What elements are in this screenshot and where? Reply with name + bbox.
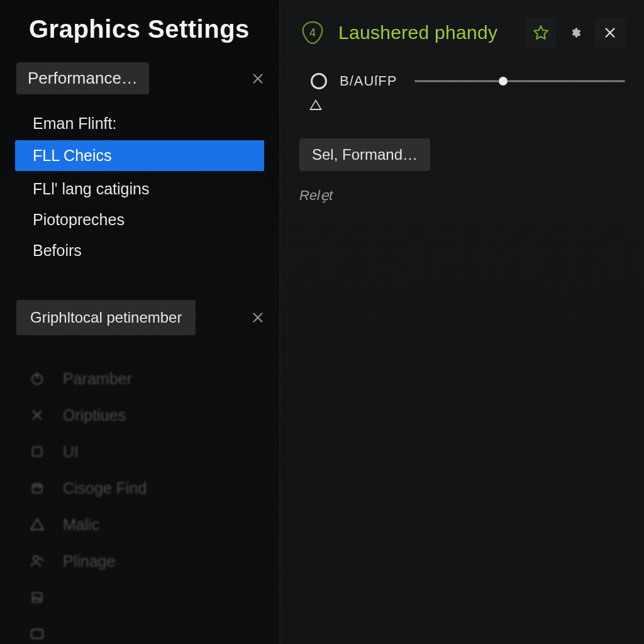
faded-list: Paramber Oriptiues UI Cisoge Find: [0, 360, 279, 644]
page-title: Graphics Settings: [0, 11, 279, 62]
faded-item-malic[interactable]: Malic: [28, 506, 279, 543]
close-panel-button[interactable]: [595, 18, 625, 48]
faded-item-label: Oriptiues: [63, 406, 126, 425]
close-icon: [251, 72, 265, 86]
faded-item-ui[interactable]: UI: [28, 433, 279, 470]
increment-indicator[interactable]: [309, 99, 625, 111]
faded-item-label: Malic: [63, 516, 99, 534]
gear-icon: [570, 27, 581, 38]
close-icon: [603, 26, 617, 40]
faded-item-plinage[interactable]: Plinage: [28, 543, 279, 579]
svg-rect-8: [33, 447, 42, 457]
image-icon: [28, 588, 47, 607]
close-icon: [28, 406, 47, 425]
section-header-performance: Performance…: [16, 62, 268, 94]
power-icon: [28, 369, 47, 388]
svg-line-14: [40, 557, 43, 561]
slider-thumb[interactable]: [499, 77, 508, 86]
panel-title: Laushered phandy: [338, 22, 513, 43]
slider-track: [414, 80, 625, 82]
count-badge-value: 4: [309, 26, 316, 39]
faded-item-image[interactable]: [28, 579, 279, 616]
format-dropdown[interactable]: Sel, Formand…: [299, 138, 430, 171]
section-header-griphltocal: Griphltocal petinember: [16, 300, 268, 335]
svg-rect-9: [33, 485, 42, 493]
section-chip-performance[interactable]: Performance…: [16, 62, 149, 94]
triangle-up-icon: [309, 99, 322, 121]
radio-indicator[interactable]: [311, 73, 327, 89]
user-icon: [28, 552, 47, 570]
sidebar: Graphics Settings Performance… Eman Flin…: [0, 0, 280, 644]
svg-point-13: [33, 556, 38, 561]
faded-item-label: Cisoge Find: [63, 479, 147, 497]
section-chip-griphltocal[interactable]: Griphltocal petinember: [16, 300, 196, 335]
count-badge: 4: [299, 19, 326, 46]
nav-list-performance: Eman Flinft: FLL Cheics FLl' lang catigi…: [0, 104, 279, 274]
nav-item-fll-lang-catigins[interactable]: FLl' lang catigins: [0, 174, 279, 204]
nav-item-piotopreches[interactable]: Piotopreches: [0, 204, 279, 235]
svg-rect-16: [31, 630, 43, 638]
close-icon: [251, 311, 265, 325]
calendar-icon: [28, 479, 47, 497]
nav-item-befoirs[interactable]: Befoirs: [0, 235, 279, 266]
star-icon: [533, 25, 549, 41]
rect-icon: [28, 625, 47, 643]
slider-label: B/AUſFP: [340, 73, 397, 89]
warning-icon: [28, 515, 47, 534]
favorite-button[interactable]: [526, 18, 556, 48]
svg-rect-15: [33, 593, 42, 602]
square-icon: [28, 442, 47, 461]
faded-item-oriptiues[interactable]: Oriptiues: [28, 397, 279, 433]
faded-item-label: Paramber: [63, 370, 132, 388]
faded-item-cisoge-find[interactable]: Cisoge Find: [28, 470, 279, 506]
faded-item-label: Plinage: [63, 552, 115, 570]
nav-item-fll-cheics[interactable]: FLL Cheics: [15, 140, 264, 171]
settings-icon-button[interactable]: [569, 26, 582, 40]
panel-header: 4 Laushered phandy: [299, 18, 625, 48]
section-close-performance[interactable]: [248, 69, 268, 89]
main-panel: 4 Laushered phandy B/AUſF: [280, 0, 644, 644]
slider-row: B/AUſFP: [299, 73, 625, 89]
helper-text: Relȩt: [299, 187, 625, 204]
faded-item-label: UI: [63, 443, 79, 461]
faded-item-rect[interactable]: [28, 616, 279, 644]
dropdown-label: Sel, Formand…: [312, 146, 418, 164]
section-close-griphltocal[interactable]: [248, 308, 268, 328]
faded-item-paramber[interactable]: Paramber: [28, 360, 279, 397]
nav-heading: Eman Flinft:: [0, 109, 279, 138]
slider[interactable]: [414, 75, 625, 87]
